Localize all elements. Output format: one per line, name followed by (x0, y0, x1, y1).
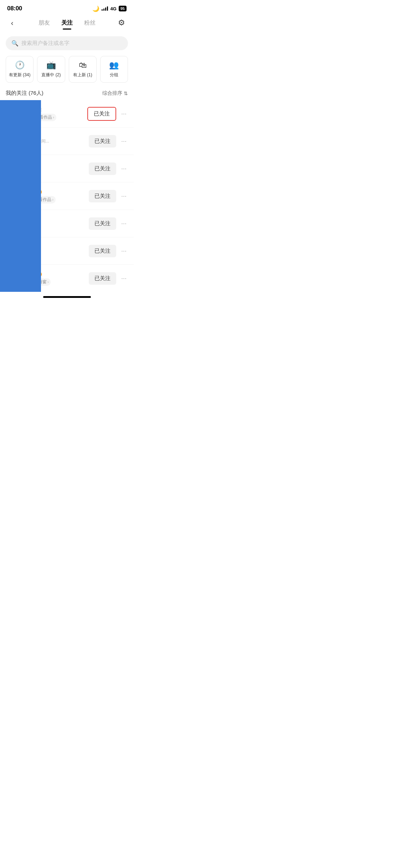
chevron-right-icon: › (47, 280, 48, 284)
filter-label-updates: 有更新 (34) (9, 72, 31, 78)
filter-chip-new[interactable]: 🛍 有上新 (1) (69, 56, 97, 83)
follow-button[interactable]: 已关注 (89, 162, 116, 175)
more-button[interactable]: ··· (120, 136, 128, 146)
settings-button[interactable]: ⚙ (115, 16, 128, 29)
user-actions: 已关注 ··· (87, 107, 128, 121)
filter-row: 🕐 有更新 (34) 📺 直播中 (2) 🛍 有上新 (1) 👥 分组 (0, 55, 134, 87)
tab-following[interactable]: 关注 (61, 18, 73, 28)
gear-icon: ⚙ (118, 18, 125, 27)
more-button[interactable]: ··· (120, 164, 128, 174)
filter-label-groups: 分组 (110, 72, 118, 78)
user-actions: 已关注 ··· (89, 272, 128, 285)
user-actions: 已关注 ··· (89, 135, 128, 148)
filter-chip-groups[interactable]: 👥 分组 (100, 56, 128, 83)
moon-icon: 🌙 (92, 5, 99, 12)
search-placeholder: 搜索用户备注或名字 (21, 40, 70, 47)
follow-button[interactable]: 已关注 (89, 190, 116, 202)
user-actions: 已关注 ··· (89, 217, 128, 230)
tv-icon: 📺 (46, 61, 56, 70)
follow-button[interactable]: 已关注 (89, 217, 116, 230)
more-button[interactable]: ··· (120, 218, 128, 229)
network-label: 4G (110, 6, 116, 11)
bag-icon: 🛍 (79, 61, 87, 70)
more-button[interactable]: ··· (120, 191, 128, 201)
follow-button[interactable]: 已关注 (89, 245, 116, 257)
sort-button[interactable]: 综合排序 ⇅ (102, 90, 128, 97)
home-bar (43, 296, 91, 298)
user-actions: 已关注 ··· (89, 245, 128, 257)
more-button[interactable]: ··· (120, 246, 128, 256)
search-container: 🔍 搜索用户备注或名字 (0, 33, 134, 55)
follow-button[interactable]: 已关注 (89, 272, 116, 285)
nav-bar: ‹ 朋友 关注 粉丝 ⚙ (0, 15, 134, 33)
more-button[interactable]: ··· (120, 109, 128, 119)
signal-icon (102, 6, 108, 11)
nav-tabs: 朋友 关注 粉丝 (19, 18, 115, 28)
search-icon: 🔍 (11, 40, 19, 47)
filter-chip-updates[interactable]: 🕐 有更新 (34) (6, 56, 34, 83)
clock-icon: 🕐 (15, 61, 25, 70)
home-indicator (0, 292, 134, 301)
sort-icon: ⇅ (124, 91, 128, 96)
status-time: 08:00 (7, 5, 22, 12)
filter-chip-live[interactable]: 📺 直播中 (2) (37, 56, 65, 83)
chevron-right-icon: › (53, 115, 54, 119)
section-header: 我的关注 (76人) 综合排序 ⇅ (0, 87, 134, 100)
user-actions: 已关注 ··· (89, 162, 128, 175)
chevron-right-icon: › (52, 198, 53, 202)
status-right: 🌙 4G 95 (92, 5, 127, 12)
status-bar: 08:00 🌙 4G 95 (0, 0, 134, 15)
back-arrow-icon: ‹ (11, 19, 14, 27)
user-list: ✏ 备注 看 | 看作品 › 已关注 ··· 的直播间... 已关注 ··· (0, 100, 134, 292)
more-button[interactable]: ··· (120, 273, 128, 284)
filter-label-live: 直播中 (2) (41, 72, 61, 78)
tab-friends[interactable]: 朋友 (38, 18, 51, 28)
group-icon: 👥 (109, 61, 119, 70)
tab-fans[interactable]: 粉丝 (83, 18, 96, 28)
follow-button[interactable]: 已关注 (87, 107, 116, 121)
blue-overlay (0, 100, 41, 292)
battery-badge: 95 (119, 6, 127, 11)
sort-label: 综合排序 (102, 90, 122, 97)
filter-label-new: 有上新 (1) (73, 72, 92, 78)
follow-button[interactable]: 已关注 (89, 135, 116, 148)
back-button[interactable]: ‹ (6, 16, 19, 29)
search-bar[interactable]: 🔍 搜索用户备注或名字 (6, 36, 128, 50)
user-actions: 已关注 ··· (89, 190, 128, 202)
section-title: 我的关注 (76人) (6, 90, 43, 97)
